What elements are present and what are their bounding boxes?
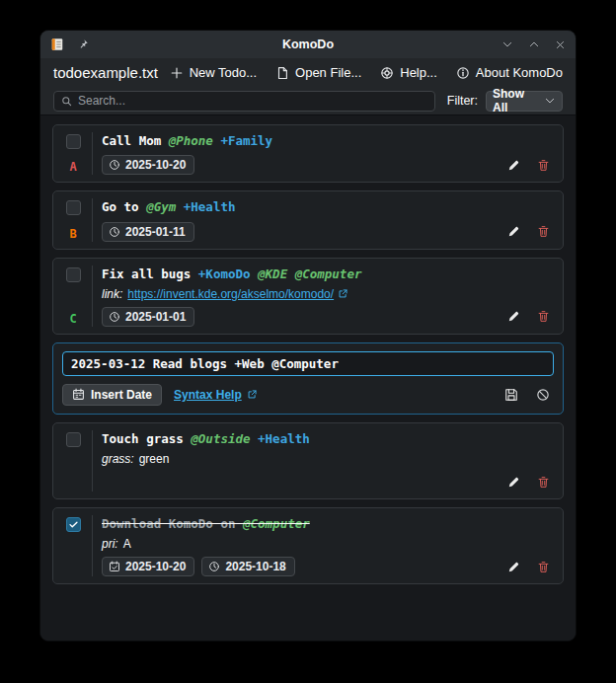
delete-todo-button[interactable] [537,159,550,172]
open-file-icon [275,66,289,80]
todo-segment-context: @Computer [243,516,310,531]
edit-todo-button[interactable] [507,561,520,573]
todo-content: Download KomoDo on @Computerpri:A2025-10… [102,515,553,576]
insert-date-button[interactable]: Insert Date [62,384,162,406]
date-chips: 2025-01-01 [102,307,194,327]
todo-metadata: link:https://invent.kde.org/akselmo/komo… [102,287,553,301]
delete-todo-button[interactable] [537,310,550,323]
divider [92,430,93,492]
divider [92,132,93,175]
todo-link[interactable]: https://invent.kde.org/akselmo/komodo/ [127,287,348,301]
filter-value: Show All [493,87,540,114]
metadata-key: pri: [102,537,118,551]
todo-card: Touch grass @Outside +Healthgrass:green [52,422,564,499]
toolbar-button-about-komodo[interactable]: About KomoDo [456,65,563,80]
external-link-icon [338,288,348,299]
clock-icon [208,561,220,572]
todo-card: BGo to @Gym +Health2025-01-11 [52,190,564,249]
edit-todo-button[interactable] [507,476,520,489]
syntax-help-link[interactable]: Syntax Help [174,388,258,402]
todo-segment-text: Fix all bugs [102,266,198,281]
todo-segment-text: Call Mom [102,133,169,148]
todo-segment-context: @Gym [146,199,176,214]
todo-metadata: pri:A [102,537,553,551]
todo-card: ACall Mom @Phone +Family2025-10-20 [52,124,564,183]
edit-todo-button[interactable] [507,159,520,172]
search-box[interactable] [53,91,435,112]
save-button[interactable] [504,388,518,402]
toolbar-button-label: Help... [400,65,437,80]
todo-segment-text: Touch grass [102,431,191,446]
metadata-key: link: [102,287,122,301]
date-chip-label: 2025-01-11 [125,225,186,239]
todo-left-column: A [60,132,86,175]
app-window: KomoDo todoexample.txt New Todo...Open F… [39,30,577,642]
todo-content: Call Mom @Phone +Family2025-10-20 [102,132,553,175]
metadata-key: grass: [102,452,134,466]
todo-card: CFix all bugs +KomoDo @KDE @Computerlink… [52,258,564,335]
todo-segment-context: @Phone [169,133,213,148]
metadata-value: A [123,537,131,551]
todo-checkbox[interactable] [66,134,81,149]
date-chip-label: 2025-10-18 [225,560,285,573]
toolbar-button-new-todo[interactable]: New Todo... [170,65,257,80]
date-chip: 2025-10-20 [102,557,194,576]
delete-todo-button[interactable] [537,476,550,489]
todo-checkbox[interactable] [66,200,81,215]
toolbar-button-label: About KomoDo [476,65,563,80]
clock-icon [109,311,120,323]
minimize-button[interactable] [501,38,513,50]
info-icon [456,66,470,80]
window-title: KomoDo [40,38,576,51]
toolbar-button-help[interactable]: Help... [380,65,437,80]
todo-list: ACall Mom @Phone +Family2025-10-20BGo to… [40,115,576,641]
todo-checkbox[interactable] [66,267,81,282]
priority-label: A [69,160,76,174]
todo-content: Fix all bugs +KomoDo @KDE @Computerlink:… [102,266,553,327]
todo-actions [507,561,553,573]
todo-actions [507,159,553,172]
todo-content: Go to @Gym +Health2025-01-11 [102,198,553,241]
todo-card: Download KomoDo on @Computerpri:A2025-10… [52,507,564,584]
todo-segment-project: +KomoDo [198,266,251,281]
clock-icon [109,226,120,238]
search-input[interactable] [78,94,427,108]
toolbar-button-open-file[interactable]: Open File... [275,65,361,80]
close-button[interactable] [555,39,566,50]
edit-todo-button[interactable] [507,310,520,323]
todo-segment-project: +Health [258,431,310,446]
todo-left-column [60,515,86,576]
delete-todo-button[interactable] [537,225,550,238]
todo-segment-text [251,431,259,446]
toolbar-button-label: New Todo... [190,65,257,80]
todo-left-column: C [60,266,86,327]
help-icon [380,66,394,80]
todo-text: Go to @Gym +Health [102,198,553,215]
pin-icon[interactable] [77,38,89,50]
toolbar: New Todo...Open File...Help...About Komo… [170,65,563,80]
date-chip: 2025-01-01 [102,307,194,327]
todo-bottom-row: 2025-01-11 [102,222,553,242]
todo-link-text: https://invent.kde.org/akselmo/komodo/ [127,287,334,301]
todo-checkbox[interactable] [66,517,81,532]
maximize-button[interactable] [528,38,540,50]
open-filename: todoexample.txt [53,64,158,81]
chevron-down-icon [544,95,556,107]
edit-todo-button[interactable] [507,225,520,238]
todo-checkbox[interactable] [66,432,81,447]
cancel-button[interactable] [536,388,550,402]
delete-todo-button[interactable] [537,561,550,573]
todo-segment-text [176,199,184,214]
todo-text: Fix all bugs +KomoDo @KDE @Computer [102,266,553,282]
calendar-check-icon [109,561,120,572]
todo-segment-project: +Family [220,133,272,148]
todo-segment-project: +Health [184,199,236,214]
filter-dropdown[interactable]: Show All [486,91,563,112]
filter-label: Filter: [447,94,478,108]
todo-edit-input[interactable] [62,351,554,376]
calendar-icon [72,388,85,401]
divider [92,515,93,576]
header: todoexample.txt New Todo...Open File...H… [40,58,576,87]
titlebar: KomoDo [40,31,576,58]
todo-content: Touch grass @Outside +Healthgrass:green [102,430,553,492]
